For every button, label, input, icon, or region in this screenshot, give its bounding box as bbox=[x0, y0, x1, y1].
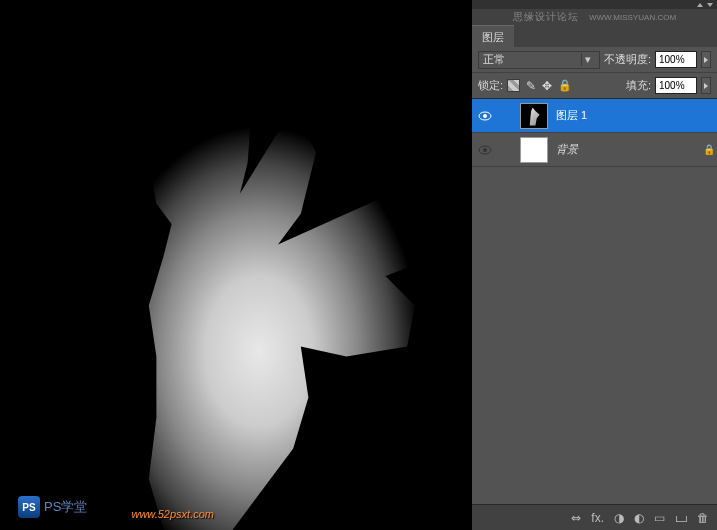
visibility-toggle[interactable] bbox=[478, 143, 492, 157]
lock-buttons: ✎ ✥ 🔒 bbox=[507, 79, 572, 93]
svg-point-1 bbox=[483, 114, 487, 118]
fill-label: 填充: bbox=[626, 78, 651, 93]
fill-input[interactable]: 100% bbox=[655, 77, 697, 94]
watermark-top: 思缘设计论坛 WWW.MISSYUAN.COM bbox=[472, 9, 717, 25]
lock-fill-row: 锁定: ✎ ✥ 🔒 填充: 100% bbox=[472, 73, 717, 99]
blend-mode-select[interactable]: 正常 ▾ bbox=[478, 51, 600, 69]
visibility-toggle[interactable] bbox=[478, 109, 492, 123]
watermark-bottom-left: PS PS学堂 bbox=[18, 496, 87, 518]
canvas-image-hand bbox=[50, 20, 430, 530]
layer-thumbnail[interactable] bbox=[520, 137, 548, 163]
svg-point-3 bbox=[483, 148, 487, 152]
canvas-area[interactable]: PS PS学堂 www.52psxt.com bbox=[0, 0, 472, 530]
watermark-forum-text: 思缘设计论坛 bbox=[513, 10, 579, 24]
layer-lock-indicator: 🔒 bbox=[703, 144, 717, 155]
delete-layer-icon[interactable]: 🗑 bbox=[697, 511, 709, 525]
lock-position-icon[interactable]: ✥ bbox=[542, 79, 552, 93]
opacity-label: 不透明度: bbox=[604, 52, 651, 67]
ps-badge-icon: PS bbox=[18, 496, 40, 518]
fill-value: 100% bbox=[659, 80, 685, 91]
layer-mask-icon[interactable]: ◑ bbox=[614, 511, 624, 525]
opacity-value: 100% bbox=[659, 54, 685, 65]
blend-opacity-row: 正常 ▾ 不透明度: 100% bbox=[472, 47, 717, 73]
blend-mode-value: 正常 bbox=[483, 52, 505, 67]
panel-collapse-bar[interactable] bbox=[472, 0, 717, 9]
layer-fx-icon[interactable]: fx. bbox=[591, 511, 604, 525]
panel-footer: ⇔ fx. ◑ ◐ ▭ ⌴ 🗑 bbox=[472, 504, 717, 530]
eye-icon bbox=[478, 111, 492, 121]
layer-thumbnail[interactable] bbox=[520, 103, 548, 129]
lock-pixels-icon[interactable]: ✎ bbox=[526, 79, 536, 93]
new-group-icon[interactable]: ▭ bbox=[654, 511, 665, 525]
tab-layers[interactable]: 图层 bbox=[472, 25, 514, 47]
opacity-nudge-icon[interactable] bbox=[701, 51, 711, 68]
layer-name[interactable]: 图层 1 bbox=[556, 108, 695, 123]
panel-tabs: 图层 bbox=[472, 25, 717, 47]
eye-icon bbox=[478, 145, 492, 155]
new-layer-icon[interactable]: ⌴ bbox=[675, 511, 687, 525]
link-layers-icon[interactable]: ⇔ bbox=[571, 511, 581, 525]
fill-nudge-icon[interactable] bbox=[701, 77, 711, 94]
layer-list: 图层 1 背景 🔒 bbox=[472, 99, 717, 504]
watermark-bottom-right: www.52psxt.com bbox=[131, 508, 214, 520]
layers-panel: 思缘设计论坛 WWW.MISSYUAN.COM 图层 正常 ▾ 不透明度: 10… bbox=[472, 0, 717, 530]
layer-name[interactable]: 背景 bbox=[556, 142, 695, 157]
opacity-input[interactable]: 100% bbox=[655, 51, 697, 68]
watermark-ps-text: PS学堂 bbox=[44, 498, 87, 516]
layer-row[interactable]: 图层 1 bbox=[472, 99, 717, 133]
chevron-down-icon: ▾ bbox=[581, 53, 595, 66]
lock-all-icon[interactable]: 🔒 bbox=[558, 79, 572, 92]
lock-transparent-icon[interactable] bbox=[507, 79, 520, 92]
layer-row[interactable]: 背景 🔒 bbox=[472, 133, 717, 167]
collapse-left-icon bbox=[697, 3, 703, 7]
lock-label: 锁定: bbox=[478, 78, 503, 93]
watermark-url-text: WWW.MISSYUAN.COM bbox=[589, 13, 676, 22]
adjustment-layer-icon[interactable]: ◐ bbox=[634, 511, 644, 525]
collapse-right-icon bbox=[707, 3, 713, 7]
